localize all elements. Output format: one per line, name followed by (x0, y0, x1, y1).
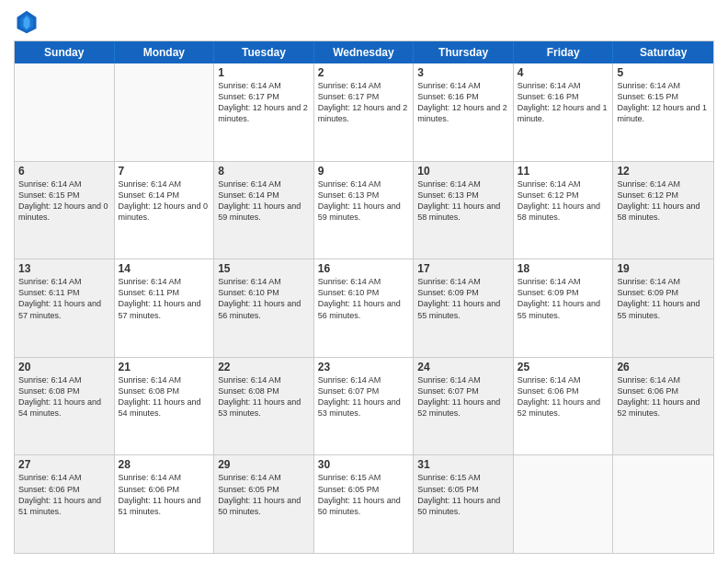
logo-icon (14, 9, 40, 35)
calendar-cell: 3Sunrise: 6:14 AM Sunset: 6:16 PM Daylig… (414, 63, 514, 161)
cell-info: Sunrise: 6:14 AM Sunset: 6:05 PM Dayligh… (218, 472, 310, 517)
cell-info: Sunrise: 6:15 AM Sunset: 6:05 PM Dayligh… (417, 472, 509, 517)
day-number: 24 (417, 361, 509, 373)
day-number: 20 (18, 361, 110, 373)
calendar-cell: 19Sunrise: 6:14 AM Sunset: 6:09 PM Dayli… (613, 259, 713, 357)
cell-info: Sunrise: 6:14 AM Sunset: 6:15 PM Dayligh… (18, 178, 110, 224)
day-number: 8 (218, 165, 310, 178)
day-number: 15 (218, 262, 310, 275)
cell-info: Sunrise: 6:14 AM Sunset: 6:07 PM Dayligh… (318, 374, 410, 419)
cell-info: Sunrise: 6:14 AM Sunset: 6:08 PM Dayligh… (119, 374, 210, 419)
calendar-cell: 28Sunrise: 6:14 AM Sunset: 6:06 PM Dayli… (115, 455, 215, 553)
cell-info: Sunrise: 6:14 AM Sunset: 6:11 PM Dayligh… (119, 276, 210, 321)
cell-info: Sunrise: 6:14 AM Sunset: 6:06 PM Dayligh… (18, 472, 110, 517)
calendar-week-2: 6Sunrise: 6:14 AM Sunset: 6:15 PM Daylig… (15, 161, 713, 259)
calendar-week-4: 20Sunrise: 6:14 AM Sunset: 6:08 PM Dayli… (15, 357, 713, 455)
calendar-cell: 26Sunrise: 6:14 AM Sunset: 6:06 PM Dayli… (613, 358, 713, 455)
calendar: SundayMondayTuesdayWednesdayThursdayFrid… (14, 40, 714, 554)
calendar-cell: 18Sunrise: 6:14 AM Sunset: 6:09 PM Dayli… (514, 259, 614, 357)
calendar-cell: 31Sunrise: 6:15 AM Sunset: 6:05 PM Dayli… (414, 455, 514, 553)
calendar-cell: 11Sunrise: 6:14 AM Sunset: 6:12 PM Dayli… (514, 162, 614, 259)
calendar-cell: 25Sunrise: 6:14 AM Sunset: 6:06 PM Dayli… (514, 358, 614, 455)
day-number: 14 (119, 262, 210, 275)
cell-info: Sunrise: 6:14 AM Sunset: 6:06 PM Dayligh… (518, 374, 609, 419)
day-number: 18 (518, 262, 609, 275)
cell-info: Sunrise: 6:14 AM Sunset: 6:17 PM Dayligh… (218, 80, 310, 125)
calendar-cell: 6Sunrise: 6:14 AM Sunset: 6:15 PM Daylig… (15, 162, 115, 259)
cell-info: Sunrise: 6:14 AM Sunset: 6:12 PM Dayligh… (617, 178, 710, 224)
day-number: 11 (518, 165, 609, 178)
calendar-cell (115, 63, 215, 161)
cell-info: Sunrise: 6:14 AM Sunset: 6:14 PM Dayligh… (119, 178, 210, 224)
cell-info: Sunrise: 6:14 AM Sunset: 6:14 PM Dayligh… (218, 178, 310, 224)
cell-info: Sunrise: 6:14 AM Sunset: 6:06 PM Dayligh… (617, 374, 710, 419)
calendar-cell: 30Sunrise: 6:15 AM Sunset: 6:05 PM Dayli… (314, 455, 415, 553)
calendar-cell: 15Sunrise: 6:14 AM Sunset: 6:10 PM Dayli… (214, 259, 314, 357)
day-number: 12 (617, 165, 710, 178)
header-day-saturday: Saturday (613, 41, 713, 63)
cell-info: Sunrise: 6:14 AM Sunset: 6:16 PM Dayligh… (518, 80, 609, 125)
calendar-cell: 27Sunrise: 6:14 AM Sunset: 6:06 PM Dayli… (15, 455, 115, 553)
logo (14, 9, 43, 35)
calendar-cell: 23Sunrise: 6:14 AM Sunset: 6:07 PM Dayli… (314, 358, 415, 455)
calendar-week-3: 13Sunrise: 6:14 AM Sunset: 6:11 PM Dayli… (15, 259, 713, 357)
day-number: 16 (318, 262, 410, 275)
day-number: 26 (617, 361, 710, 373)
calendar-cell: 24Sunrise: 6:14 AM Sunset: 6:07 PM Dayli… (414, 358, 514, 455)
header-day-thursday: Thursday (414, 41, 514, 63)
calendar-cell (613, 455, 713, 553)
cell-info: Sunrise: 6:14 AM Sunset: 6:09 PM Dayligh… (617, 276, 710, 321)
calendar-cell: 12Sunrise: 6:14 AM Sunset: 6:12 PM Dayli… (613, 162, 713, 259)
calendar-cell (514, 455, 614, 553)
calendar-cell: 4Sunrise: 6:14 AM Sunset: 6:16 PM Daylig… (514, 63, 614, 161)
header-day-friday: Friday (514, 41, 614, 63)
header-day-monday: Monday (115, 41, 215, 63)
header-day-tuesday: Tuesday (214, 41, 314, 63)
calendar-cell: 29Sunrise: 6:14 AM Sunset: 6:05 PM Dayli… (214, 455, 314, 553)
cell-info: Sunrise: 6:14 AM Sunset: 6:10 PM Dayligh… (318, 276, 410, 321)
cell-info: Sunrise: 6:14 AM Sunset: 6:13 PM Dayligh… (417, 178, 509, 224)
calendar-cell: 21Sunrise: 6:14 AM Sunset: 6:08 PM Dayli… (115, 358, 215, 455)
day-number: 6 (18, 165, 110, 178)
header-day-wednesday: Wednesday (314, 41, 415, 63)
day-number: 10 (417, 165, 509, 178)
day-number: 19 (617, 262, 710, 275)
cell-info: Sunrise: 6:14 AM Sunset: 6:09 PM Dayligh… (417, 276, 509, 321)
calendar-cell: 5Sunrise: 6:14 AM Sunset: 6:15 PM Daylig… (613, 63, 713, 161)
day-number: 27 (18, 458, 110, 471)
cell-info: Sunrise: 6:14 AM Sunset: 6:09 PM Dayligh… (518, 276, 609, 321)
calendar-cell: 13Sunrise: 6:14 AM Sunset: 6:11 PM Dayli… (15, 259, 115, 357)
day-number: 3 (417, 66, 509, 79)
day-number: 22 (218, 361, 310, 373)
day-number: 4 (518, 66, 609, 79)
day-number: 9 (318, 165, 410, 178)
header-day-sunday: Sunday (15, 41, 115, 63)
day-number: 17 (417, 262, 509, 275)
cell-info: Sunrise: 6:14 AM Sunset: 6:08 PM Dayligh… (18, 374, 110, 419)
cell-info: Sunrise: 6:14 AM Sunset: 6:12 PM Dayligh… (518, 178, 609, 224)
cell-info: Sunrise: 6:14 AM Sunset: 6:16 PM Dayligh… (417, 80, 509, 125)
day-number: 25 (518, 361, 609, 373)
calendar-cell: 17Sunrise: 6:14 AM Sunset: 6:09 PM Dayli… (414, 259, 514, 357)
calendar-cell: 2Sunrise: 6:14 AM Sunset: 6:17 PM Daylig… (314, 63, 415, 161)
cell-info: Sunrise: 6:14 AM Sunset: 6:08 PM Dayligh… (218, 374, 310, 419)
page: SundayMondayTuesdayWednesdayThursdayFrid… (0, 0, 728, 563)
calendar-cell: 20Sunrise: 6:14 AM Sunset: 6:08 PM Dayli… (15, 358, 115, 455)
day-number: 30 (318, 458, 410, 471)
day-number: 28 (119, 458, 210, 471)
day-number: 7 (119, 165, 210, 178)
cell-info: Sunrise: 6:14 AM Sunset: 6:10 PM Dayligh… (218, 276, 310, 321)
day-number: 23 (318, 361, 410, 373)
cell-info: Sunrise: 6:14 AM Sunset: 6:07 PM Dayligh… (417, 374, 509, 419)
calendar-cell: 10Sunrise: 6:14 AM Sunset: 6:13 PM Dayli… (414, 162, 514, 259)
day-number: 5 (617, 66, 710, 79)
calendar-week-1: 1Sunrise: 6:14 AM Sunset: 6:17 PM Daylig… (15, 63, 713, 161)
calendar-cell: 8Sunrise: 6:14 AM Sunset: 6:14 PM Daylig… (214, 162, 314, 259)
calendar-week-5: 27Sunrise: 6:14 AM Sunset: 6:06 PM Dayli… (15, 454, 713, 553)
cell-info: Sunrise: 6:15 AM Sunset: 6:05 PM Dayligh… (318, 472, 410, 517)
header (14, 9, 714, 35)
day-number: 13 (18, 262, 110, 275)
cell-info: Sunrise: 6:14 AM Sunset: 6:06 PM Dayligh… (119, 472, 210, 517)
calendar-cell: 22Sunrise: 6:14 AM Sunset: 6:08 PM Dayli… (214, 358, 314, 455)
day-number: 31 (417, 458, 509, 471)
